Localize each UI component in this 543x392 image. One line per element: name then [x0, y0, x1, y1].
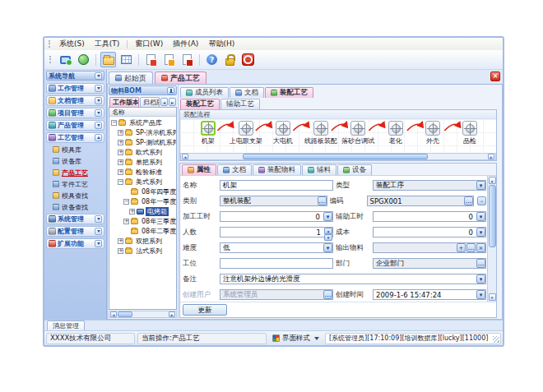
tree-node[interactable]: 系统产品库 — [109, 118, 176, 127]
expand-icon[interactable] — [118, 238, 123, 244]
difficulty-field[interactable]: 低 — [220, 242, 333, 253]
tab-documents[interactable]: 文档 — [230, 87, 264, 98]
sidebar-group-system[interactable]: 系统管理 — [46, 214, 104, 224]
sidebar-group-process[interactable]: 工艺管理 — [46, 132, 104, 143]
sidebar-group-config[interactable]: 配置管理 — [46, 226, 104, 237]
exit-icon[interactable] — [240, 52, 256, 67]
remark-field[interactable]: 注意机架外边缘的光滑度 — [220, 274, 486, 284]
spin-down-icon[interactable] — [324, 234, 332, 241]
lock-icon[interactable] — [222, 52, 238, 67]
dropdown-icon[interactable] — [476, 274, 485, 284]
toolbar-grip[interactable] — [49, 56, 52, 63]
tab-auxiliary[interactable]: 辅助工艺 — [220, 99, 260, 109]
dropdown-icon[interactable] — [323, 212, 332, 221]
pin-icon[interactable] — [167, 87, 174, 95]
sidebar-item-equipment-lib[interactable]: 设备库 — [46, 155, 104, 167]
dropdown-icon[interactable] — [476, 212, 485, 221]
flow-horizontal-scrollbar[interactable] — [180, 153, 496, 160]
tab-scroll-left-icon[interactable] — [160, 98, 168, 106]
scroll-left-icon[interactable] — [110, 311, 117, 317]
expand-icon[interactable] — [118, 248, 123, 254]
people-field[interactable]: 1 — [220, 227, 333, 238]
tab-member-list[interactable]: 成员列表 — [180, 87, 229, 98]
tree-node[interactable]: 单把系列 — [109, 157, 176, 167]
tree-node[interactable]: 欧式系列 — [109, 147, 176, 157]
doc-export-icon[interactable] — [161, 52, 177, 67]
tab-assembly-materials[interactable]: 装配物料 — [253, 164, 301, 175]
chevron-down-icon[interactable] — [95, 72, 102, 80]
grid-save-icon[interactable] — [118, 52, 134, 67]
sidebar-group-work[interactable]: 工作管理 — [46, 83, 104, 94]
update-button[interactable]: 更新 — [183, 304, 227, 316]
tree-node[interactable]: 双把系列 — [109, 236, 176, 246]
tab-start-page[interactable]: 起始页 — [109, 71, 153, 84]
add-icon[interactable] — [457, 243, 466, 252]
chevron-down-icon[interactable] — [95, 240, 102, 247]
expand-icon[interactable] — [118, 169, 123, 175]
chevron-down-icon[interactable] — [95, 122, 102, 129]
sidebar-item-equipment-search[interactable]: 设备查找 — [46, 201, 104, 213]
create-time-field[interactable]: 2009-1-6 15:47:24 — [373, 289, 486, 300]
work-hours-field[interactable]: 0 — [220, 211, 333, 222]
dropdown-icon[interactable] — [476, 181, 485, 190]
tab-working-version[interactable]: 工作版本 — [109, 97, 139, 107]
scroll-down-icon[interactable] — [489, 293, 496, 301]
help-icon[interactable] — [204, 52, 220, 67]
dropdown-icon[interactable] — [323, 243, 332, 252]
toolbar-grip[interactable] — [49, 40, 51, 48]
code-extra-button[interactable] — [477, 196, 486, 205]
doc-remove-icon[interactable] — [143, 52, 159, 67]
sidebar-group-project[interactable]: 项目管理 — [46, 108, 104, 118]
ellipsis-icon[interactable] — [466, 243, 476, 252]
style-button[interactable]: 界面样式 — [269, 333, 323, 344]
spin-up-icon[interactable] — [324, 228, 332, 234]
tree-node-selected[interactable]: 电烤箱 — [109, 206, 176, 216]
sidebar-item-part-process[interactable]: 零件工艺 — [46, 178, 104, 190]
collapse-icon[interactable] — [118, 179, 123, 185]
tree-node[interactable]: 检验标准 — [109, 167, 176, 177]
aux-hours-field[interactable]: 0 — [373, 211, 486, 222]
tab-product-process[interactable]: 产品工艺 — [155, 71, 207, 84]
menu-help[interactable]: 帮助(H) — [203, 38, 239, 50]
category-field[interactable]: 整机装配 — [220, 196, 327, 206]
bom-panel-header[interactable]: 物料BOM — [109, 85, 177, 95]
tab-assembly[interactable]: 装配工艺 — [180, 99, 220, 109]
output-material-field[interactable] — [373, 242, 486, 253]
ellipsis-icon[interactable] — [323, 290, 332, 299]
expand-icon[interactable] — [118, 159, 123, 165]
sidebar-item-mold-lib[interactable]: 模具库 — [46, 144, 104, 155]
station-field[interactable] — [220, 258, 333, 269]
tree-node[interactable]: 08年一季度 — [109, 196, 176, 206]
tree-node[interactable]: SP-测试机系列 — [109, 137, 176, 147]
tree-node[interactable]: 美式系列 — [109, 177, 176, 187]
tab-scroll-right-icon[interactable] — [169, 98, 176, 106]
property-vertical-scrollbar[interactable] — [487, 176, 496, 302]
chevron-down-icon[interactable] — [95, 228, 102, 235]
chevron-up-icon[interactable] — [95, 134, 102, 141]
scroll-right-icon[interactable] — [488, 154, 494, 159]
scroll-up-icon[interactable] — [489, 177, 496, 184]
sidebar-header[interactable]: 系统导航 — [46, 71, 104, 81]
tab-prop-documents[interactable]: 文档 — [217, 164, 252, 175]
tab-message-manage[interactable]: 消息管理 — [47, 321, 85, 330]
expand-icon[interactable] — [129, 209, 135, 214]
ellipsis-icon[interactable] — [318, 196, 327, 205]
menu-window[interactable]: 窗口(W) — [130, 38, 168, 50]
close-icon[interactable] — [490, 71, 500, 81]
scroll-left-icon[interactable] — [182, 154, 188, 159]
menu-system[interactable]: 系统(S) — [54, 38, 90, 50]
computer-icon[interactable] — [58, 52, 73, 67]
doc-delete-icon[interactable] — [179, 52, 195, 67]
tree-node[interactable]: SP-演示机系列 — [109, 127, 176, 137]
sidebar-group-product[interactable]: 产品管理 — [46, 120, 104, 131]
folder-open-icon[interactable] — [100, 52, 116, 67]
cost-field[interactable]: 0 — [373, 227, 486, 238]
clear-icon[interactable] — [476, 243, 485, 252]
tab-auxiliary-materials[interactable]: 辅料 — [302, 164, 336, 175]
menu-tools[interactable]: 工具(T) — [90, 38, 125, 50]
collapse-icon[interactable] — [123, 199, 129, 205]
department-field[interactable]: 企业部门 — [373, 258, 486, 269]
expand-icon[interactable] — [118, 130, 123, 136]
resize-grip[interactable] — [493, 336, 499, 343]
tree-node[interactable]: 08年二季度 — [109, 226, 176, 236]
